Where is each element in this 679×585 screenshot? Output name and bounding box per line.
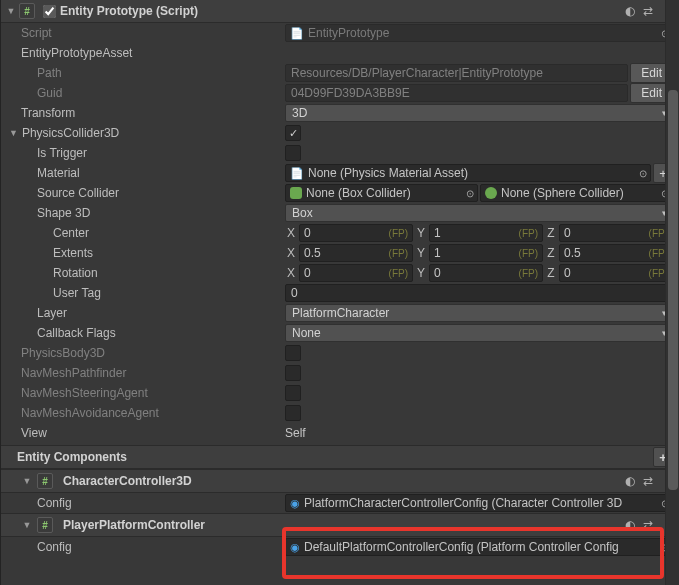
- entity-components-label: Entity Components: [17, 450, 127, 464]
- layer-row: Layer PlatformCharacter: [1, 303, 679, 323]
- script-label: Script: [1, 26, 285, 40]
- callback-dropdown[interactable]: None: [285, 324, 673, 342]
- script-field: 📄 EntityPrototype ⊙: [285, 24, 673, 42]
- center-y[interactable]: 1(FP): [429, 224, 543, 242]
- script-icon: #: [19, 3, 35, 19]
- cc3d-config-label: Config: [1, 496, 285, 510]
- extents-row: Extents X 0.5(FP) Y 1(FP) Z 0.5(FP): [1, 243, 679, 263]
- cc3d-title: CharacterController3D: [63, 474, 621, 488]
- ppc-config-field[interactable]: ◉ DefaultPlatformControllerConfig (Platf…: [285, 538, 673, 556]
- component-header[interactable]: ▼ # Entity Prototype (Script) ◐ ⇄ ⋮: [1, 0, 679, 23]
- help-icon[interactable]: ◐: [625, 474, 635, 488]
- rotation-y[interactable]: 0(FP): [429, 264, 543, 282]
- path-value: Resources/DB/PlayerCharacter|EntityProto…: [285, 64, 628, 82]
- layer-dropdown[interactable]: PlatformCharacter: [285, 304, 673, 322]
- user-tag-input[interactable]: 0: [285, 284, 673, 302]
- navmesh-avoidance-checkbox[interactable]: [285, 405, 301, 421]
- physics-body-row: PhysicsBody3D: [1, 343, 679, 363]
- ppc-title: PlayerPlatformController: [63, 518, 621, 532]
- navmesh-steering-row: NavMeshSteeringAgent: [1, 383, 679, 403]
- preset-icon[interactable]: ⇄: [643, 474, 653, 488]
- center-z[interactable]: 0(FP): [559, 224, 673, 242]
- y-label: Y: [415, 266, 427, 280]
- navmesh-steering-label: NavMeshSteeringAgent: [1, 386, 285, 400]
- vertical-scrollbar[interactable]: [665, 0, 679, 585]
- is-trigger-label: Is Trigger: [1, 146, 285, 160]
- physics-body-label: PhysicsBody3D: [1, 346, 285, 360]
- navmesh-avoidance-label: NavMeshAvoidanceAgent: [1, 406, 285, 420]
- scrollbar-thumb[interactable]: [668, 90, 678, 490]
- component-title: Entity Prototype (Script): [60, 4, 625, 18]
- is-trigger-row: Is Trigger: [1, 143, 679, 163]
- object-picker-icon[interactable]: ⊙: [466, 188, 474, 199]
- center-x[interactable]: 0(FP): [299, 224, 413, 242]
- csharp-icon: 📄: [290, 26, 304, 40]
- view-row: View Self: [1, 423, 679, 443]
- preset-icon[interactable]: ⇄: [643, 518, 653, 532]
- asset-heading: EntityPrototypeAsset: [1, 46, 285, 60]
- extents-label: Extents: [1, 246, 285, 260]
- shape-dropdown[interactable]: Box: [285, 204, 673, 222]
- chevron-down-icon[interactable]: ▼: [9, 128, 18, 138]
- navmesh-steering-checkbox[interactable]: [285, 385, 301, 401]
- transform-dropdown[interactable]: 3D: [285, 104, 673, 122]
- extents-x[interactable]: 0.5(FP): [299, 244, 413, 262]
- ppc-header[interactable]: ▼ # PlayerPlatformController ◐ ⇄ ⋮: [1, 513, 679, 537]
- physics-collider-row[interactable]: ▼ PhysicsCollider3D ✓: [1, 123, 679, 143]
- ppc-config-label: Config: [1, 540, 285, 554]
- entity-components-header: Entity Components +: [1, 445, 679, 469]
- cc3d-header[interactable]: ▼ # CharacterController3D ◐ ⇄ ⋮: [1, 469, 679, 493]
- material-value: None (Physics Material Asset): [308, 166, 468, 180]
- physics-collider-checkbox[interactable]: ✓: [285, 125, 301, 141]
- material-field[interactable]: 📄 None (Physics Material Asset) ⊙: [285, 164, 651, 182]
- cc3d-config-value: PlatformCharacterControllerConfig (Chara…: [304, 496, 622, 510]
- layer-label: Layer: [1, 306, 285, 320]
- guid-label: Guid: [1, 86, 285, 100]
- ppc-config-row: Config ◉ DefaultPlatformControllerConfig…: [1, 537, 679, 557]
- rotation-row: Rotation X 0(FP) Y 0(FP) Z 0(FP): [1, 263, 679, 283]
- navmesh-pathfinder-label: NavMeshPathfinder: [1, 366, 285, 380]
- extents-z[interactable]: 0.5(FP): [559, 244, 673, 262]
- navmesh-pathfinder-checkbox[interactable]: [285, 365, 301, 381]
- extents-y[interactable]: 1(FP): [429, 244, 543, 262]
- is-trigger-checkbox[interactable]: [285, 145, 301, 161]
- view-value: Self: [285, 426, 306, 440]
- cc3d-config-field[interactable]: ◉ PlatformCharacterControllerConfig (Cha…: [285, 494, 673, 512]
- rotation-z[interactable]: 0(FP): [559, 264, 673, 282]
- y-label: Y: [415, 246, 427, 260]
- physics-collider-label: PhysicsCollider3D: [22, 126, 119, 140]
- z-label: Z: [545, 226, 557, 240]
- help-icon[interactable]: ◐: [625, 518, 635, 532]
- script-value: EntityPrototype: [308, 26, 389, 40]
- asset-icon: 📄: [290, 166, 304, 180]
- box-collider-field[interactable]: None (Box Collider) ⊙: [285, 184, 478, 202]
- rotation-x[interactable]: 0(FP): [299, 264, 413, 282]
- object-picker-icon[interactable]: ⊙: [639, 168, 647, 179]
- chevron-down-icon[interactable]: ▼: [21, 520, 33, 530]
- source-collider-label: Source Collider: [1, 186, 285, 200]
- asset-path-row: Path Resources/DB/PlayerCharacter|Entity…: [1, 63, 679, 83]
- sphere-collider-field[interactable]: None (Sphere Collider) ⊙: [480, 184, 673, 202]
- center-row: Center X 0(FP) Y 1(FP) Z 0(FP): [1, 223, 679, 243]
- asset-icon: ◉: [290, 497, 300, 510]
- asset-guid-row: Guid 04D99FD39DA3BB9E Edit: [1, 83, 679, 103]
- box-collider-value: None (Box Collider): [306, 186, 411, 200]
- callback-row: Callback Flags None: [1, 323, 679, 343]
- material-label: Material: [1, 166, 285, 180]
- cc3d-config-row: Config ◉ PlatformCharacterControllerConf…: [1, 493, 679, 513]
- path-label: Path: [1, 66, 285, 80]
- sphere-collider-icon: [485, 187, 497, 199]
- script-icon: #: [37, 517, 53, 533]
- z-label: Z: [545, 266, 557, 280]
- preset-icon[interactable]: ⇄: [643, 4, 653, 18]
- material-row: Material 📄 None (Physics Material Asset)…: [1, 163, 679, 183]
- enable-checkbox[interactable]: [43, 5, 56, 18]
- inspector-panel: ▼ # Entity Prototype (Script) ◐ ⇄ ⋮ Scri…: [0, 0, 679, 585]
- z-label: Z: [545, 246, 557, 260]
- chevron-down-icon[interactable]: ▼: [5, 6, 17, 16]
- chevron-down-icon[interactable]: ▼: [21, 476, 33, 486]
- physics-body-checkbox[interactable]: [285, 345, 301, 361]
- help-icon[interactable]: ◐: [625, 4, 635, 18]
- x-label: X: [285, 246, 297, 260]
- transform-row: Transform 3D: [1, 103, 679, 123]
